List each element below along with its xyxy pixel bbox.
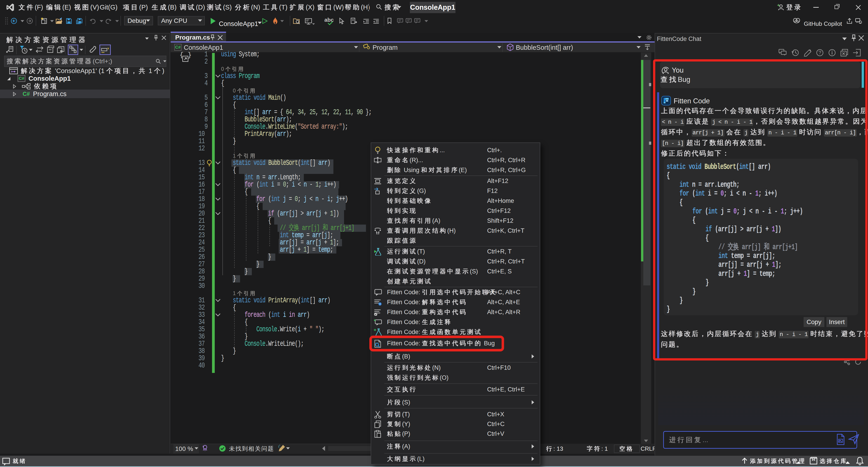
svg-text:?: ?: [818, 50, 821, 55]
svg-text:!: !: [379, 302, 380, 306]
